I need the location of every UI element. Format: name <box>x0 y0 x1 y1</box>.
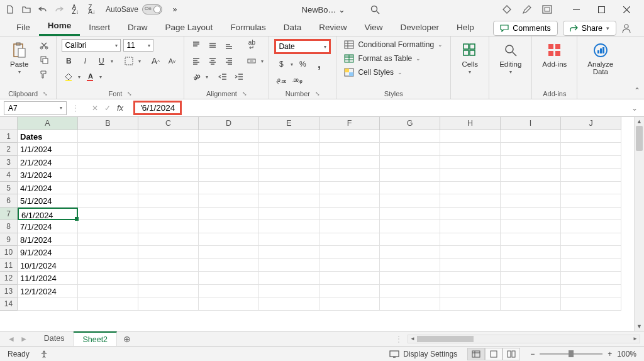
cell[interactable] <box>380 246 440 259</box>
column-header[interactable]: I <box>501 117 561 130</box>
cell[interactable] <box>199 272 259 285</box>
sort-az-icon[interactable]: AZ↓ <box>70 4 80 14</box>
cell[interactable] <box>501 259 561 272</box>
cell[interactable] <box>199 182 259 195</box>
scroll-down-icon[interactable]: ▼ <box>635 322 644 331</box>
cell[interactable] <box>138 259 199 272</box>
scroll-thumb[interactable] <box>636 126 643 151</box>
cell[interactable] <box>78 259 138 272</box>
cell[interactable] <box>259 272 319 285</box>
cell[interactable] <box>78 220 138 233</box>
cell[interactable] <box>259 208 319 221</box>
cell[interactable] <box>259 233 319 247</box>
autosave-toggle[interactable]: AutoSave On <box>106 4 162 14</box>
currency-button[interactable]: $ <box>274 58 288 70</box>
column-header[interactable]: H <box>440 117 501 130</box>
cell[interactable] <box>138 272 199 285</box>
row-header[interactable]: 11 <box>0 259 18 272</box>
scroll-up-icon[interactable]: ▲ <box>635 117 644 126</box>
row-header[interactable]: 1 <box>0 130 18 143</box>
cell[interactable] <box>319 169 380 182</box>
border-button[interactable] <box>122 55 136 67</box>
cell[interactable] <box>561 246 621 259</box>
analyze-data-button[interactable]: Analyze Data <box>582 39 618 78</box>
cell[interactable] <box>78 143 138 156</box>
cell[interactable] <box>501 233 561 247</box>
row-header[interactable]: 2 <box>0 143 18 156</box>
cell[interactable] <box>319 182 380 195</box>
font-name-dropdown[interactable]: Calibri▾ <box>62 39 121 52</box>
cell[interactable] <box>561 194 621 208</box>
cell[interactable] <box>138 208 199 221</box>
share-button[interactable]: Share ▾ <box>563 21 616 36</box>
select-all-corner[interactable] <box>0 117 18 130</box>
cell[interactable] <box>561 259 621 272</box>
number-launcher-icon[interactable]: ⤡ <box>315 91 320 97</box>
cell[interactable] <box>138 182 199 195</box>
cell[interactable] <box>561 272 621 285</box>
cell[interactable] <box>380 233 440 247</box>
cell[interactable] <box>440 246 501 259</box>
cell[interactable] <box>319 194 380 208</box>
cell[interactable] <box>18 297 78 311</box>
cell[interactable] <box>440 130 501 143</box>
align-center-icon[interactable] <box>206 55 219 67</box>
cell[interactable] <box>561 233 621 247</box>
column-header[interactable]: C <box>138 117 199 130</box>
cell[interactable]: 10/1/2024 <box>18 259 78 272</box>
tab-developer[interactable]: Developer <box>391 19 448 36</box>
cell[interactable] <box>78 285 138 298</box>
account-icon[interactable] <box>616 21 636 36</box>
align-left-icon[interactable] <box>189 55 203 67</box>
column-header[interactable]: D <box>199 117 259 130</box>
merge-center-button[interactable] <box>245 55 258 67</box>
pen-sparkle-icon[interactable] <box>522 4 532 14</box>
cell[interactable]: Dates <box>18 130 78 143</box>
horizontal-scrollbar[interactable]: ◄ ► <box>408 335 640 343</box>
cell[interactable]: 8/1/2024 <box>18 233 78 247</box>
cell[interactable] <box>78 272 138 285</box>
cell[interactable] <box>319 143 380 156</box>
cell[interactable] <box>380 259 440 272</box>
alignment-launcher-icon[interactable]: ⤡ <box>242 91 247 97</box>
scroll-left-icon[interactable]: ◄ <box>408 335 417 343</box>
cell[interactable] <box>561 156 621 169</box>
column-header[interactable]: G <box>380 117 440 130</box>
column-header[interactable]: B <box>78 117 138 130</box>
formula-input[interactable]: '6/1/2024 <box>133 101 182 115</box>
cell[interactable] <box>138 233 199 247</box>
redo-icon[interactable] <box>54 4 64 14</box>
app-window-icon[interactable] <box>542 5 552 14</box>
accessibility-icon[interactable] <box>40 350 48 358</box>
row-header[interactable]: 4 <box>0 169 18 182</box>
page-layout-view-button[interactable] <box>485 348 502 360</box>
diamond-icon[interactable] <box>502 4 512 14</box>
increase-decimal-icon[interactable]: .0.00 <box>274 74 288 87</box>
cell[interactable] <box>259 182 319 195</box>
cell[interactable] <box>501 130 561 143</box>
cell[interactable] <box>501 272 561 285</box>
vertical-scrollbar[interactable]: ▲ ▼ <box>634 117 644 331</box>
close-button[interactable] <box>614 1 639 18</box>
cell[interactable] <box>440 143 501 156</box>
cell[interactable] <box>259 297 319 311</box>
cell[interactable]: 12/1/2024 <box>18 285 78 298</box>
cell[interactable]: 7/1/2024 <box>18 220 78 233</box>
cell[interactable]: 3/1/2024 <box>18 169 78 182</box>
decrease-font-button[interactable]: Av <box>165 55 179 67</box>
cell[interactable] <box>501 297 561 311</box>
display-settings-button[interactable]: Display Settings <box>389 350 457 358</box>
cell[interactable] <box>199 130 259 143</box>
cell[interactable]: 11/1/2024 <box>18 272 78 285</box>
cell[interactable] <box>440 182 501 195</box>
cell[interactable] <box>380 143 440 156</box>
cell[interactable]: 2/1/2024 <box>18 156 78 169</box>
cell[interactable] <box>259 285 319 298</box>
zoom-slider[interactable] <box>540 353 602 355</box>
cell[interactable] <box>501 182 561 195</box>
cell[interactable] <box>319 233 380 247</box>
number-format-dropdown[interactable]: Date▾ <box>274 39 331 54</box>
cell[interactable] <box>259 156 319 169</box>
cell[interactable] <box>138 220 199 233</box>
cell[interactable] <box>380 272 440 285</box>
